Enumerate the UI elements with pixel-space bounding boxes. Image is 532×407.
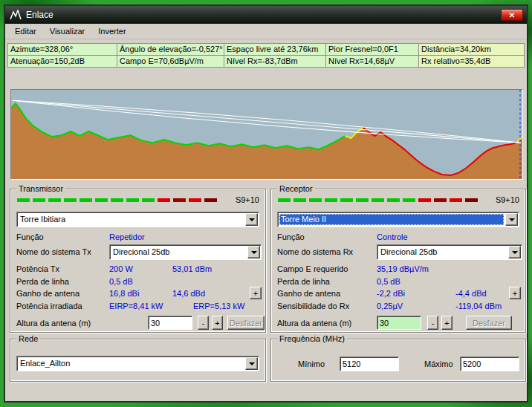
tx-eirp-value: EIRP=8,41 kW: [109, 302, 163, 310]
rx-sensitivity-dbm: -119,04 dBm: [455, 302, 502, 310]
rx-height-minus-button[interactable]: -: [427, 316, 438, 330]
signal-segment: [158, 198, 170, 202]
menu-item-visualizar[interactable]: Visualizar: [43, 25, 92, 38]
receiver-group: Receptor S9+10 Torre Meio II Função Cont…: [270, 189, 526, 333]
transmitter-group-label: Transmissor: [16, 184, 65, 193]
rx-antenna-gain-plus-button[interactable]: +: [509, 287, 521, 299]
close-button[interactable]: ✕: [501, 9, 523, 21]
tx-height-minus-button[interactable]: -: [198, 316, 209, 330]
link-info-cell: Espaço livre até 23,76km: [224, 44, 326, 55]
chevron-down-icon[interactable]: [245, 357, 258, 370]
link-info-cell: Pior Fresnel=0,0F1: [326, 44, 419, 55]
link-info-cell: Nível Rx=14,68µV: [326, 56, 419, 67]
chevron-down-icon[interactable]: [508, 246, 521, 258]
rx-line-loss-value: 0,5 dB: [377, 277, 400, 286]
network-combobox[interactable]: Enlace_Ailton: [16, 356, 259, 371]
network-group: Rede Enlace_Ailton: [10, 339, 266, 382]
rx-site-combobox[interactable]: Torre Meio II: [277, 212, 519, 227]
rx-required-field-label: Campo E requerido: [277, 264, 348, 273]
signal-segment: [204, 198, 217, 202]
signal-segment: [465, 198, 478, 202]
frequency-min-label: Mínimo: [298, 359, 325, 368]
rx-signal-bar: [278, 198, 478, 202]
frequency-max-input[interactable]: [460, 356, 519, 371]
tx-antenna-height-input[interactable]: [148, 316, 192, 330]
tx-power-watts: 200 W: [109, 264, 133, 273]
tx-system-combobox[interactable]: Direcional 25db: [109, 244, 262, 260]
rx-undo-button[interactable]: Desfazer: [466, 316, 512, 330]
rx-antenna-height-label: Altura da antena (m): [277, 319, 351, 328]
network-value: Enlace_Ailton: [20, 359, 243, 368]
signal-segment: [95, 198, 108, 202]
signal-segment: [418, 198, 431, 202]
menu-item-inverter[interactable]: Inverter: [91, 25, 132, 38]
signal-segment: [278, 198, 291, 202]
signal-segment: [17, 198, 30, 202]
rx-site-value: Torre Meio II: [279, 214, 504, 225]
signal-segment: [340, 198, 353, 202]
rx-antenna-height-input[interactable]: [377, 316, 421, 330]
terrain-profile-chart[interactable]: [10, 89, 523, 180]
signal-segment: [48, 198, 61, 202]
signal-segment: [142, 198, 155, 202]
tx-height-plus-button[interactable]: +: [212, 316, 223, 330]
rx-system-combobox[interactable]: Direcional 25db: [377, 244, 522, 260]
signal-segment: [189, 198, 201, 202]
tx-signal-label: S9+10: [236, 195, 259, 204]
transmitter-group: Transmissor S9+10 Torre Ibitiara Função …: [10, 189, 266, 333]
enlace-window: Enlace ✕ EditarVisualizarInverter Azimut…: [4, 4, 528, 403]
rx-gain-dbi: -2,2 dBi: [377, 289, 405, 298]
signal-segment: [450, 198, 462, 202]
chevron-down-icon[interactable]: [247, 246, 260, 258]
rx-line-loss-label: Perda de linha: [277, 277, 330, 286]
tx-power-label: Potência Tx: [16, 264, 59, 273]
signal-segment: [126, 198, 139, 202]
tx-function-value: Repetidor: [109, 232, 145, 241]
tx-line-loss-value: 0,5 dB: [109, 277, 133, 286]
chevron-down-icon[interactable]: [505, 213, 518, 226]
link-info-cell: Campo E=70,6dBµV/m: [117, 56, 224, 67]
signal-segment: [403, 198, 415, 202]
tx-antenna-gain-plus-button[interactable]: +: [250, 287, 262, 299]
link-info-cell: Nível Rx=-83,7dBm: [224, 56, 326, 67]
tx-system-label: Nome do sistema Tx: [16, 247, 91, 256]
tx-gain-dbi: 16,8 dBi: [109, 289, 139, 298]
tx-system-value: Direcional 25db: [113, 247, 245, 256]
signal-segment: [387, 198, 400, 202]
titlebar[interactable]: Enlace ✕: [5, 6, 527, 24]
tx-power-dbm: 53,01 dBm: [172, 264, 212, 273]
app-icon: [10, 10, 22, 21]
signal-segment: [80, 198, 92, 202]
link-info-cell: Distância=34,20km: [419, 44, 524, 55]
rx-sensitivity-uv: 0,25µV: [377, 302, 403, 310]
frequency-group-label: Frequência (MHz): [277, 334, 347, 343]
rx-signal-label: S9+10: [496, 195, 519, 204]
tx-antenna-gain-label: Ganho de antena: [16, 289, 80, 298]
tx-antenna-height-label: Altura da antena (m): [16, 319, 91, 328]
rx-function-label: Função: [277, 232, 305, 241]
menu-item-editar[interactable]: Editar: [8, 25, 43, 38]
frequency-min-input[interactable]: [340, 356, 399, 371]
receiver-group-label: Receptor: [277, 184, 315, 193]
tx-undo-button[interactable]: Desfazer: [227, 316, 265, 330]
tx-site-combobox[interactable]: Torre Ibitiara: [16, 212, 259, 227]
tx-function-label: Função: [16, 232, 44, 241]
link-info-cell: Atenuação=150,2dB: [8, 56, 117, 67]
signal-segment: [372, 198, 384, 202]
link-info-row: Azimute=328,06°Ângulo de elevação=-0,527…: [8, 44, 524, 56]
link-info-cell: Azimute=328,06°: [8, 44, 117, 55]
link-info-cell: Ângulo de elevação=-0,527°: [117, 44, 224, 55]
network-group-label: Rede: [16, 334, 40, 343]
tx-site-value: Torre Ibitiara: [20, 215, 243, 224]
frequency-max-label: Máximo: [424, 359, 453, 368]
rx-sensitivity-label: Sensibilidade do Rx: [277, 302, 349, 310]
rx-signal-meter: S9+10: [278, 196, 519, 204]
signal-segment: [173, 198, 186, 202]
tx-gain-dbd: 14,6 dBd: [172, 289, 205, 298]
chevron-down-icon[interactable]: [245, 213, 258, 226]
signal-segment: [293, 198, 306, 202]
signal-segment: [356, 198, 369, 202]
tx-radiated-power-label: Potência irradiada: [16, 302, 82, 310]
rx-height-plus-button[interactable]: +: [441, 316, 452, 330]
rx-function-value: Controle: [377, 232, 408, 241]
